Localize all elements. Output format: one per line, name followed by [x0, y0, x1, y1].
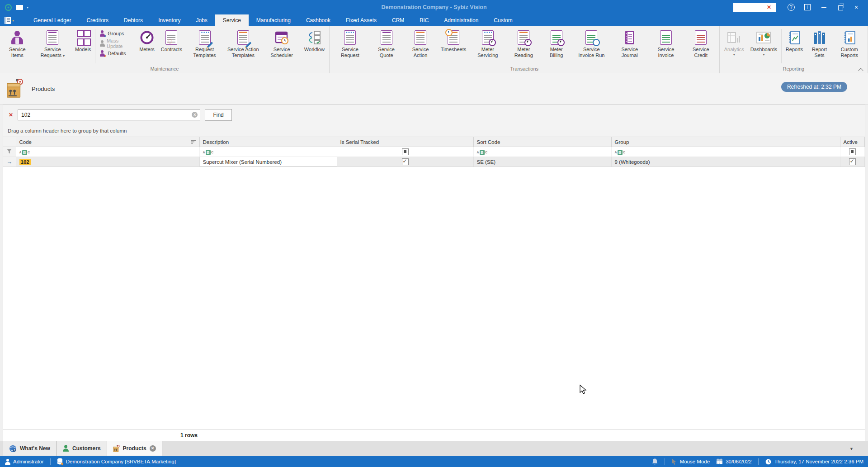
statusbar-company[interactable]: Demonstration Company [SRVBETA.Marketing… [57, 458, 176, 465]
ribbon-button-meter-servicing[interactable]: Meter Servicing [469, 28, 506, 65]
ribbon-button-service-invoice[interactable]: Service Invoice [648, 28, 684, 65]
ribbon-button-timesheets[interactable]: Timesheets [438, 28, 469, 65]
filter-cell-active[interactable] [840, 147, 865, 157]
ribbon-button-defaults[interactable]: Defaults [99, 49, 131, 57]
close-tab-icon[interactable]: × [150, 445, 156, 452]
tab-bic[interactable]: BIC [412, 14, 436, 26]
ribbon-button-workflow[interactable]: Workflow [301, 28, 328, 65]
close-search-icon[interactable]: ✕ [9, 112, 13, 118]
ribbon-button-analytics[interactable]: Analytics ▾ [721, 28, 747, 65]
column-header-group[interactable]: Group [611, 137, 840, 147]
active-checkbox[interactable] [849, 158, 856, 165]
ribbon-button-reports[interactable]: Reports [783, 28, 807, 65]
ribbon-button-meters[interactable]: Meters [136, 28, 158, 65]
tab-debtors[interactable]: Debtors [116, 14, 151, 26]
ribbon-button-service-scheduler[interactable]: Service Scheduler [263, 28, 301, 65]
filter-cell-is-serial-tracked[interactable] [337, 147, 473, 157]
statusbar-datetime[interactable]: Thursday, 17 November 2022 2:36 PM [765, 458, 863, 465]
quick-access-button[interactable] [16, 5, 23, 10]
ribbon-button-service-journal[interactable]: Service Journal [611, 28, 648, 65]
tab-service[interactable]: Service [215, 14, 249, 26]
group-caption-maintenance: Maintenance [0, 65, 329, 73]
ribbon-button-service-quote[interactable]: Service Quote [369, 28, 403, 65]
filter-cell-code[interactable]: ABC [16, 147, 199, 157]
cell-group[interactable]: 9 (Whitegoods) [611, 157, 840, 167]
ribbon-button-models[interactable]: Models [72, 28, 94, 65]
filter-checkbox[interactable] [849, 148, 856, 155]
statusbar-mouse-mode[interactable]: Mouse Mode [671, 458, 710, 465]
search-row: ✕ × Find [3, 105, 865, 125]
column-header-active[interactable]: Active [840, 137, 865, 147]
ribbon-collapse-chevron[interactable] [859, 67, 863, 71]
tab-strip-overflow-caret[interactable]: ▼ [849, 447, 854, 451]
column-header-is-serial-tracked[interactable]: Is Serial Tracked [337, 137, 473, 147]
close-button[interactable]: × [848, 2, 864, 13]
column-header-code[interactable]: Code [16, 137, 199, 147]
tab-custom[interactable]: Custom [486, 14, 520, 26]
ribbon-button-service-request[interactable]: Service Request [331, 28, 369, 65]
doc-tab-customers[interactable]: Customers [56, 441, 107, 456]
tab-inventory[interactable]: Inventory [151, 14, 188, 26]
statusbar-period-date[interactable]: 30/06/2022 [716, 458, 752, 465]
cell-is-serial-tracked[interactable] [337, 157, 473, 167]
minimize-button[interactable] [816, 2, 832, 13]
column-header-sort-code[interactable]: Sort Code [473, 137, 611, 147]
service-credit-icon [695, 29, 707, 46]
ribbon-button-report-sets[interactable]: Report Sets [806, 28, 832, 65]
search-input[interactable] [20, 111, 192, 119]
column-header-description[interactable]: Description [199, 137, 337, 147]
ribbon-button-service-credit[interactable]: Service Credit [684, 28, 718, 65]
tab-administration[interactable]: Administration [436, 14, 486, 26]
cell-code[interactable]: 102 [16, 157, 199, 167]
cell-description[interactable]: Supercut Mixer (Serial Numbered) [199, 157, 337, 167]
application-window: ▾ Demonstration Company - Sybiz Vision ✕… [0, 0, 868, 467]
help-button[interactable]: ? [783, 2, 799, 13]
ribbon-button-service-items[interactable]: Service Items [1, 28, 33, 65]
ribbon-button-service-requests[interactable]: Service Requests ▾ [33, 28, 72, 65]
filter-cell-sort-code[interactable]: ABC [473, 147, 611, 157]
ribbon-button-dashboards[interactable]: Dashboards ▾ [747, 28, 780, 65]
ribbon-button-service-action-templates[interactable]: Service Action Templates [224, 28, 262, 65]
restore-button[interactable] [832, 2, 848, 13]
tab-manufacturing[interactable]: Manufacturing [249, 14, 298, 26]
titlebar-search-input[interactable] [735, 4, 765, 10]
titlebar-search-box[interactable]: ✕ [733, 3, 776, 12]
ribbon-button-mass-update[interactable]: Mass Update [99, 39, 131, 47]
cell-sort-code[interactable]: SE (SE) [473, 157, 611, 167]
ribbon-button-meter-reading[interactable]: Meter Reading [506, 28, 542, 65]
ribbon-button-service-invoice-run[interactable]: Service Invoice Run [571, 28, 611, 65]
ribbon-button-groups[interactable]: Groups [99, 29, 131, 37]
tab-cashbook[interactable]: Cashbook [298, 14, 338, 26]
ribbon-button-service-action[interactable]: Service Action [403, 28, 437, 65]
cell-active[interactable] [840, 157, 865, 167]
statusbar-user[interactable]: Administrator [5, 459, 44, 465]
filter-checkbox[interactable] [402, 148, 409, 155]
timesheets-icon [448, 29, 459, 46]
expand-panel-button[interactable] [799, 2, 816, 13]
doc-tab-whats-new[interactable]: ? What's New [3, 441, 57, 456]
ribbon-separator [95, 29, 95, 63]
tab-general-ledger[interactable]: General Ledger [26, 14, 79, 26]
group-by-panel[interactable]: Drag a column header here to group by th… [3, 125, 865, 137]
ribbon-button-request-templates[interactable]: Request Templates [185, 28, 224, 65]
table-row[interactable]: → 102 Supercut Mixer (Serial Numbered) S… [3, 157, 865, 167]
serial-tracked-checkbox[interactable] [402, 158, 409, 165]
ribbon-button-custom-reports[interactable]: Custom Reports [833, 28, 866, 65]
search-field[interactable]: × [18, 110, 200, 120]
doc-tab-products[interactable]: Products × [107, 441, 162, 456]
titlebar-search-clear-icon[interactable]: ✕ [765, 4, 773, 10]
ribbon-button-meter-billing[interactable]: Meter Billing [541, 28, 571, 65]
app-menu-button[interactable]: ▾ [0, 14, 18, 26]
tab-jobs[interactable]: Jobs [188, 14, 215, 26]
filter-cell-description[interactable]: ABC [199, 147, 337, 157]
products-grid: Code Description Is Serial Tracked Sort … [3, 137, 865, 167]
quick-access-caret-icon[interactable]: ▾ [27, 5, 28, 10]
tab-crm[interactable]: CRM [384, 14, 412, 26]
tab-fixed-assets[interactable]: Fixed Assets [338, 14, 384, 26]
tab-creditors[interactable]: Creditors [79, 14, 116, 26]
notifications-button[interactable] [651, 458, 658, 465]
filter-cell-group[interactable]: ABC [611, 147, 840, 157]
find-button[interactable]: Find [205, 109, 232, 121]
search-clear-icon[interactable]: × [192, 112, 198, 118]
ribbon-button-contracts[interactable]: Contracts [158, 28, 185, 65]
